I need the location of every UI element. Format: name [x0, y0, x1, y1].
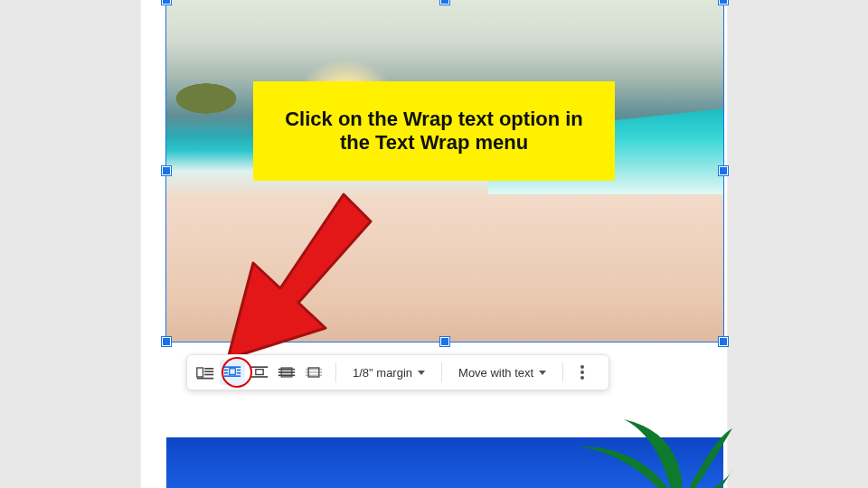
svg-rect-14: [251, 376, 268, 378]
svg-rect-19: [278, 375, 295, 377]
resize-handle-bm[interactable]: [440, 337, 449, 346]
palm-illustration: [524, 419, 732, 488]
move-with-text-dropdown[interactable]: Move with text: [451, 366, 553, 380]
svg-rect-9: [224, 372, 228, 374]
svg-rect-2: [204, 368, 213, 370]
margin-label: 1/8" margin: [353, 366, 412, 380]
resize-handle-tr[interactable]: [719, 0, 728, 5]
svg-rect-15: [256, 370, 263, 375]
resize-handle-tm[interactable]: [440, 0, 449, 5]
svg-rect-1: [197, 368, 203, 377]
chevron-down-icon: [539, 371, 546, 375]
resize-handle-ml[interactable]: [162, 166, 171, 175]
svg-rect-3: [204, 371, 213, 372]
resize-handle-mr[interactable]: [719, 166, 728, 175]
resize-handle-bl[interactable]: [162, 337, 171, 346]
in-front-of-text-button[interactable]: [301, 360, 326, 385]
svg-rect-6: [224, 366, 241, 368]
toolbar-separator: [562, 362, 563, 382]
move-label: Move with text: [458, 366, 533, 380]
break-text-button[interactable]: [247, 360, 272, 385]
svg-rect-10: [237, 372, 241, 374]
toolbar-separator: [335, 362, 336, 382]
callout-text: Click on the Wrap text option in the Tex…: [275, 108, 593, 155]
svg-rect-7: [224, 370, 228, 371]
svg-rect-11: [224, 375, 241, 377]
svg-rect-18: [278, 371, 295, 373]
toolbar-separator: [441, 362, 442, 382]
resize-handle-br[interactable]: [719, 337, 728, 346]
image-options-toolbar: 1/8" margin Move with text: [186, 354, 609, 390]
inline-button[interactable]: [193, 360, 218, 385]
svg-rect-4: [204, 374, 213, 376]
svg-rect-17: [278, 369, 295, 371]
chevron-down-icon: [418, 371, 425, 375]
svg-rect-5: [197, 378, 213, 380]
instruction-callout: Click on the Wrap text option in the Tex…: [253, 81, 615, 181]
svg-point-24: [580, 365, 584, 369]
svg-point-25: [580, 371, 584, 374]
behind-text-button[interactable]: [274, 360, 299, 385]
tutorial-screenshot: Click on the Wrap text option in the Tex…: [0, 0, 868, 488]
svg-rect-13: [251, 366, 268, 368]
resize-handle-tl[interactable]: [162, 0, 171, 5]
svg-point-26: [580, 376, 584, 380]
svg-rect-8: [237, 370, 241, 371]
second-image: [166, 437, 723, 488]
more-options-button[interactable]: [572, 360, 592, 385]
svg-rect-12: [230, 369, 236, 375]
margin-dropdown[interactable]: 1/8" margin: [345, 366, 432, 380]
wrap-text-button[interactable]: [220, 360, 245, 385]
